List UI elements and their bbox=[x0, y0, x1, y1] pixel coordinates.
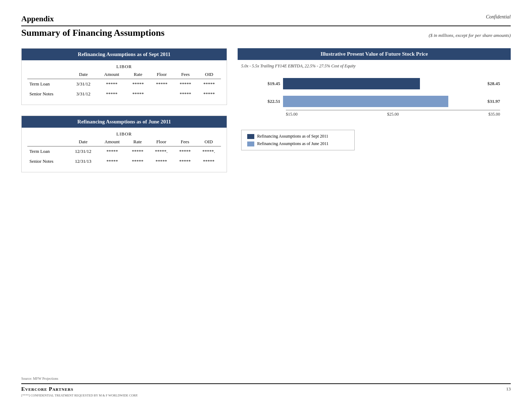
bar1-label-left: $19.45 bbox=[262, 81, 280, 87]
table-row: Senior Notes 3/31/12 ***** ***** ***** *… bbox=[27, 89, 221, 99]
sept-row1-floor: ***** bbox=[150, 79, 174, 89]
june-row1-label: Term Loan bbox=[27, 146, 68, 157]
sept-row1-rate: ***** bbox=[126, 79, 150, 89]
chart-axis: $15.00 $25.00 $35.00 bbox=[286, 110, 500, 117]
chart-legend: Refinancing Assumptions as of Sept 2011 … bbox=[241, 130, 355, 150]
june-col-empty bbox=[27, 138, 68, 146]
bar2-fill bbox=[283, 96, 448, 107]
june-libor-label: LIBOR bbox=[27, 131, 221, 137]
sept-row2-floor bbox=[150, 89, 174, 99]
june-row2-amount: ***** bbox=[98, 156, 126, 166]
legend-color-light bbox=[247, 141, 254, 146]
bar-row-1: $19.45 $28.45 bbox=[262, 78, 500, 89]
june-table-section: Refinancing Assumptions as of June 2011 … bbox=[21, 116, 227, 172]
bar-row-2: $22.51 $31.97 bbox=[262, 96, 500, 107]
june-col-oid: OID bbox=[196, 138, 221, 146]
june-row2-date: 12/31/13 bbox=[68, 156, 98, 166]
sept-col-amount: Amount bbox=[97, 70, 126, 79]
bar2-container bbox=[283, 96, 484, 107]
june-table: Date Amount Rate Floor Fees OID Term Loa… bbox=[27, 138, 221, 166]
june-row1-rate: ***** bbox=[126, 146, 149, 157]
legend-color-dark bbox=[247, 134, 254, 139]
sept-row2-rate: ***** bbox=[126, 89, 150, 99]
table-row: Senior Notes 12/31/13 ***** ***** ***** … bbox=[27, 156, 221, 166]
sept-row1-amount: ***** bbox=[97, 79, 126, 89]
june-row2-oid: ***** bbox=[196, 156, 221, 166]
source-text: Source: MFW Projections bbox=[21, 377, 511, 381]
chart-subtitle: 5.0x - 5.5x Trailing FY14E EBITDA, 22.5%… bbox=[241, 63, 507, 69]
footer-section: Source: MFW Projections Evercore Partner… bbox=[21, 362, 511, 397]
june-row2-rate: ***** bbox=[126, 156, 149, 166]
sept-libor-label: LIBOR bbox=[27, 64, 221, 70]
axis-label-2: $25.00 bbox=[387, 112, 399, 117]
sept-row1-label: Term Loan bbox=[27, 79, 70, 89]
june-col-rate: Rate bbox=[126, 138, 149, 146]
sept-row2-amount: ***** bbox=[97, 89, 126, 99]
sept-row1-fees: ***** bbox=[173, 79, 197, 89]
confidential-label: Confidential bbox=[486, 14, 511, 20]
june-row2-label: Senior Notes bbox=[27, 156, 68, 166]
chart-section: Illustrative Present Value of Future Sto… bbox=[238, 48, 511, 172]
june-row1-oid: *****. bbox=[196, 146, 221, 157]
sept-col-fees: Fees bbox=[173, 70, 197, 79]
table-row: Term Loan 3/31/12 ***** ***** ***** ****… bbox=[27, 79, 221, 89]
june-row1-floor: *****. bbox=[149, 146, 173, 157]
bar2-label-right: $31.97 bbox=[487, 99, 500, 104]
sept-col-empty bbox=[27, 70, 70, 79]
june-col-amount: Amount bbox=[98, 138, 126, 146]
bar1-container bbox=[283, 78, 484, 89]
appendix-label: Appendix bbox=[21, 14, 54, 23]
subtitle-note: ($ in millions, except for per share amo… bbox=[429, 33, 511, 38]
june-table-header: Refinancing Assumptions as of June 2011 bbox=[22, 116, 227, 128]
sept-row2-oid: ***** bbox=[197, 89, 221, 99]
sept-col-floor: Floor bbox=[150, 70, 174, 79]
june-row2-floor: ***** bbox=[149, 156, 173, 166]
june-row1-amount: ***** bbox=[98, 146, 126, 157]
june-col-fees: Fees bbox=[173, 138, 196, 146]
legend-item-1: Refinancing Assumptions as of Sept 2011 bbox=[247, 134, 349, 139]
june-row1-date: 12/31/12 bbox=[68, 146, 98, 157]
bar1-label-right: $28.45 bbox=[487, 81, 500, 87]
table-row: Term Loan 12/31/12 ***** ***** *****. **… bbox=[27, 146, 221, 157]
chart-header: Illustrative Present Value of Future Sto… bbox=[238, 48, 511, 60]
footer-firm-name: Evercore Partners bbox=[21, 386, 138, 392]
sept-table: Date Amount Rate Floor Fees OID Term Loa… bbox=[27, 70, 221, 99]
sept-col-date: Date bbox=[70, 70, 97, 79]
bar-chart-area: $19.45 $28.45 $22.51 $31.97 bbox=[241, 74, 507, 124]
june-row2-fees: ***** bbox=[173, 156, 196, 166]
sept-row2-label: Senior Notes bbox=[27, 89, 70, 99]
bar1-fill bbox=[283, 78, 420, 89]
sept-row1-oid: ***** bbox=[197, 79, 221, 89]
sept-col-rate: Rate bbox=[126, 70, 150, 79]
legend-label-2: Refinancing Assumptions as of June 2011 bbox=[257, 141, 328, 146]
sept-row2-date: 3/31/12 bbox=[70, 89, 97, 99]
june-col-date: Date bbox=[68, 138, 98, 146]
sept-row2-fees: ***** bbox=[173, 89, 197, 99]
page-title: Summary of Financing Assumptions bbox=[21, 28, 165, 38]
footer-page-number: 13 bbox=[506, 386, 511, 392]
axis-label-1: $15.00 bbox=[286, 112, 298, 117]
legend-item-2: Refinancing Assumptions as of June 2011 bbox=[247, 141, 349, 146]
sept-row1-date: 3/31/12 bbox=[70, 79, 97, 89]
sept-col-oid: OID bbox=[197, 70, 221, 79]
legend-label-1: Refinancing Assumptions as of Sept 2011 bbox=[257, 134, 328, 139]
footer-disclaimer: [****] CONFIDENTIAL TREATMENT REQUESTED … bbox=[21, 394, 138, 397]
sept-table-section: Refinancing Assumptions as of Sept 2011 … bbox=[21, 48, 227, 105]
bar2-label-left: $22.51 bbox=[262, 99, 280, 104]
june-col-floor: Floor bbox=[149, 138, 173, 146]
june-row1-fees: ***** bbox=[173, 146, 196, 157]
axis-label-3: $35.00 bbox=[488, 112, 500, 117]
sept-table-header: Refinancing Assumptions as of Sept 2011 bbox=[22, 49, 227, 60]
